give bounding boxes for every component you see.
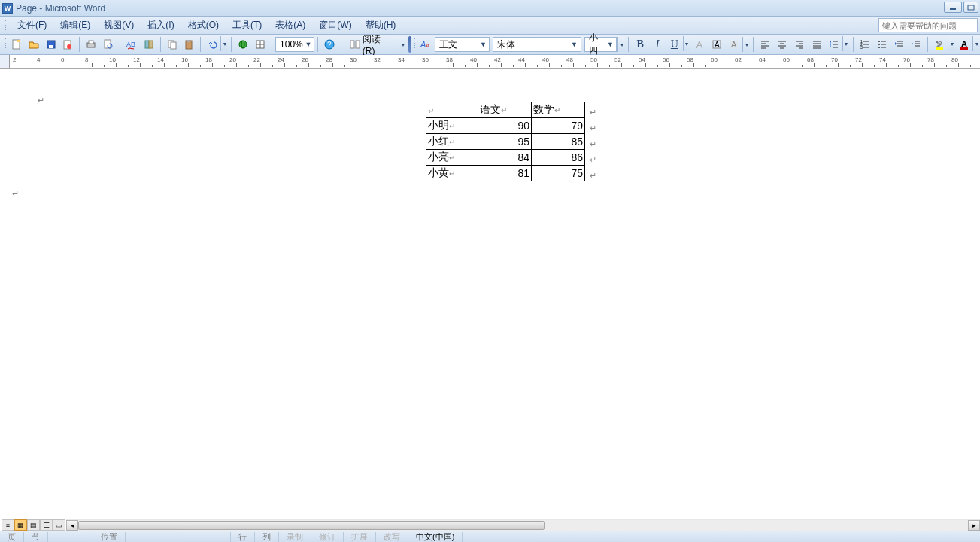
align-center-button[interactable]: [774, 36, 790, 53]
highlight-dropdown[interactable]: ▾: [948, 36, 955, 51]
table-cell[interactable]: 86: [532, 150, 585, 166]
table-cell[interactable]: 75: [532, 166, 585, 181]
table-cell[interactable]: 小红↵: [426, 134, 478, 150]
grip-icon[interactable]: [5, 20, 8, 32]
char-border-button[interactable]: A: [708, 36, 725, 53]
print-preview-button[interactable]: [100, 36, 117, 53]
line-spacing-button[interactable]: [826, 36, 842, 53]
table-header-cell[interactable]: 数学↵: [532, 102, 585, 118]
horizontal-ruler[interactable]: 2468101214161820222426283032343638404244…: [0, 55, 980, 69]
font-size-combo[interactable]: 小四▼: [584, 37, 617, 52]
status-bar: 页 节 位置 行 列 录制 修订 扩展 改写 中文(中国): [0, 531, 980, 542]
table-header-cell[interactable]: ↵: [426, 102, 478, 118]
research-button[interactable]: [141, 36, 157, 53]
undo-dropdown[interactable]: ▾: [220, 36, 228, 51]
paragraph-mark: ↵: [590, 139, 596, 149]
menu-file[interactable]: 文件(F): [11, 17, 53, 34]
minimize-button[interactable]: [944, 2, 962, 13]
table-header-cell[interactable]: 语文↵: [478, 102, 532, 118]
table-cell[interactable]: 小明↵: [426, 118, 478, 134]
scrollbar-thumb[interactable]: [78, 521, 545, 530]
table-cell[interactable]: 79: [532, 118, 585, 134]
paste-button[interactable]: [181, 36, 198, 53]
table-cell[interactable]: 85: [532, 134, 585, 150]
document-table[interactable]: ↵ 语文↵ 数学↵ 小明↵ 90 79 小红↵ 95 85 小亮↵ 84 86 …: [426, 102, 585, 181]
emphasis-button[interactable]: A: [691, 36, 708, 53]
size-dropdown[interactable]: ▾: [617, 37, 625, 52]
table-cell[interactable]: 84: [478, 150, 532, 166]
grip-icon[interactable]: [5, 38, 8, 51]
char-shading-button[interactable]: A: [726, 36, 742, 53]
help-button[interactable]: ?: [321, 36, 338, 53]
status-ext[interactable]: 扩展: [344, 532, 376, 542]
table-row: ↵ 语文↵ 数学↵: [426, 102, 585, 118]
numbering-button[interactable]: 123: [857, 36, 873, 53]
menu-help[interactable]: 帮助(H): [359, 17, 403, 34]
svg-rect-1: [968, 5, 974, 10]
menu-edit[interactable]: 编辑(E): [53, 17, 97, 34]
maximize-button[interactable]: [963, 2, 978, 13]
scroll-left-button[interactable]: ◂: [66, 520, 78, 531]
scroll-right-button[interactable]: ▸: [968, 520, 980, 531]
table-cell[interactable]: 小亮↵: [426, 150, 478, 166]
highlight-button[interactable]: ab: [931, 36, 948, 53]
align-right-button[interactable]: [791, 36, 808, 53]
permission-button[interactable]: [60, 36, 77, 53]
style-combo[interactable]: 正文▼: [435, 37, 490, 52]
zoom-combo[interactable]: 100%▼: [275, 37, 314, 52]
spelling-button[interactable]: AB: [123, 36, 140, 53]
print-button[interactable]: [83, 36, 99, 53]
table-cell[interactable]: 81: [478, 166, 532, 181]
underline-dropdown[interactable]: ▾: [683, 36, 690, 51]
align-distribute-button[interactable]: [809, 36, 825, 53]
print-layout-view-button[interactable]: ▤: [27, 519, 40, 531]
paragraph-mark: ↵: [590, 123, 596, 133]
svg-text:A: A: [715, 41, 720, 49]
grip-icon[interactable]: [414, 38, 417, 51]
align-left-button[interactable]: [757, 36, 773, 53]
copy-button[interactable]: [164, 36, 181, 53]
bullets-button[interactable]: [874, 36, 890, 53]
table-cell[interactable]: 小黄↵: [426, 166, 478, 181]
open-button[interactable]: [26, 36, 42, 53]
horizontal-scrollbar[interactable]: ◂ ▸: [66, 519, 980, 531]
line-spacing-dropdown[interactable]: ▾: [842, 36, 850, 51]
status-rec[interactable]: 录制: [279, 532, 311, 542]
svg-rect-3: [17, 40, 20, 42]
reading-layout-button[interactable]: 阅读(R): [344, 37, 398, 52]
outline-view-button[interactable]: ☰: [40, 519, 53, 531]
menu-view[interactable]: 视图(V): [97, 17, 141, 34]
undo-button[interactable]: [204, 36, 220, 53]
web-layout-view-button[interactable]: ▦: [14, 519, 27, 531]
save-button[interactable]: [43, 36, 59, 53]
bold-button[interactable]: B: [632, 36, 648, 53]
menu-tools[interactable]: 工具(T): [226, 17, 269, 34]
char-dropdown[interactable]: ▾: [742, 37, 750, 52]
status-language[interactable]: 中文(中国): [408, 532, 463, 542]
increase-indent-button[interactable]: [908, 36, 924, 53]
new-doc-button[interactable]: [8, 36, 25, 53]
decrease-indent-button[interactable]: [890, 36, 907, 53]
svg-rect-13: [145, 41, 149, 48]
font-color-dropdown[interactable]: ▾: [972, 36, 980, 51]
styles-pane-button[interactable]: AA: [417, 36, 434, 53]
italic-button[interactable]: I: [649, 36, 666, 53]
menu-format[interactable]: 格式(O): [181, 17, 226, 34]
help-search-input[interactable]: [878, 18, 978, 32]
font-color-button[interactable]: A: [956, 36, 972, 53]
menu-window[interactable]: 窗口(W): [312, 17, 358, 34]
table-cell[interactable]: 95: [478, 134, 532, 150]
normal-view-button[interactable]: ≡: [2, 519, 14, 531]
tables-borders-button[interactable]: [252, 36, 269, 53]
menu-table[interactable]: 表格(A): [269, 17, 312, 34]
document-area[interactable]: ↵ ↵ 语文↵ 数学↵ 小明↵ 90 79 小红↵ 95 85 小亮↵ 84 8…: [0, 69, 980, 519]
font-combo[interactable]: 宋体▼: [493, 37, 581, 52]
underline-button[interactable]: U: [666, 36, 683, 53]
reading-view-button[interactable]: ▭: [53, 519, 65, 531]
toolbar-options-dropdown[interactable]: ▾: [399, 37, 406, 52]
hyperlink-button[interactable]: [235, 36, 251, 53]
status-ovr[interactable]: 改写: [376, 532, 408, 542]
status-rev[interactable]: 修订: [311, 532, 344, 542]
menu-insert[interactable]: 插入(I): [141, 17, 181, 34]
table-cell[interactable]: 90: [478, 118, 532, 134]
